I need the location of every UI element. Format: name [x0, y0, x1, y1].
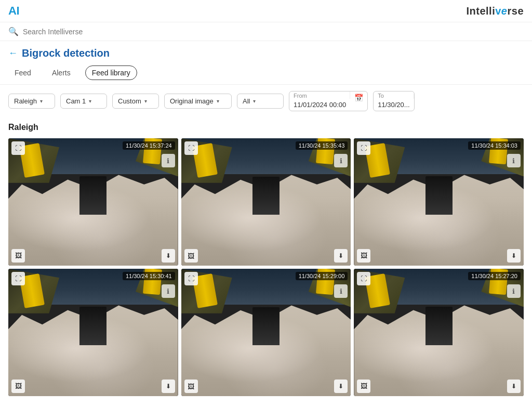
expand-button[interactable]: ⛶ — [184, 141, 198, 155]
image-type-chevron-icon: ▾ — [217, 98, 219, 104]
search-input[interactable] — [23, 28, 524, 36]
tab-alerts[interactable]: Alerts — [46, 66, 77, 80]
result-value: All — [243, 97, 250, 105]
download-button[interactable]: ⬇ — [507, 379, 521, 393]
from-calendar-icon[interactable]: 📅 — [350, 91, 367, 111]
mode-value: Custom — [118, 97, 141, 105]
brand-logo: Intelliverse — [466, 5, 524, 17]
camera-chevron-icon: ▾ — [89, 98, 91, 104]
image-timestamp: 11/30/24 15:29:00 — [296, 272, 348, 280]
page-title: Bigrock detection — [22, 47, 110, 59]
top-header: AI Intelliverse — [0, 0, 532, 22]
result-filter[interactable]: All ▾ — [237, 94, 284, 109]
info-button[interactable]: ℹ — [507, 154, 521, 167]
info-button[interactable]: ℹ — [334, 284, 348, 298]
image-cell-3[interactable]: 11/30/24 15:34:03 ⛶ ℹ 🖼 ⬇ — [354, 138, 524, 266]
camera-filter[interactable]: Cam 1 ▾ — [60, 94, 107, 109]
image-timestamp: 11/30/24 15:27:20 — [468, 272, 521, 280]
page-title-area: ← Bigrock detection — [0, 41, 532, 61]
to-date-value: 11/30/20... — [374, 99, 414, 111]
mode-chevron-icon: ▾ — [144, 98, 147, 104]
to-date-label: To — [374, 91, 414, 99]
info-button[interactable]: ℹ — [334, 154, 348, 167]
image-type-value: Original image — [170, 97, 214, 105]
image-dark-gap — [252, 307, 280, 346]
download-button[interactable]: ⬇ — [334, 379, 348, 393]
image-type-filter[interactable]: Original image ▾ — [164, 94, 232, 109]
image-cell-2[interactable]: 11/30/24 15:35:43 ⛶ ℹ 🖼 ⬇ — [181, 138, 351, 266]
image-cell-1[interactable]: 11/30/24 15:37:24 ⛶ ℹ 🖼 ⬇ — [8, 138, 178, 266]
image-dark-gap — [79, 176, 107, 214]
tab-feed-library[interactable]: Feed library — [85, 66, 137, 80]
image-dark-gap — [79, 307, 107, 345]
image-timestamp: 11/30/24 15:34:03 — [468, 141, 521, 150]
image-preview-button[interactable]: 🖼 — [357, 379, 370, 393]
image-preview-button[interactable]: 🖼 — [11, 249, 25, 263]
download-button[interactable]: ⬇ — [334, 249, 348, 263]
ai-logo: AI — [8, 4, 19, 18]
search-icon: 🔍 — [8, 27, 19, 36]
image-preview-button[interactable]: 🖼 — [184, 379, 198, 393]
location-chevron-icon: ▾ — [40, 98, 43, 104]
expand-button[interactable]: ⛶ — [11, 272, 25, 285]
from-date-label: From — [289, 91, 350, 99]
from-date-filter[interactable]: From 11/01/2024 00:00 📅 — [289, 91, 368, 111]
image-dark-gap — [425, 176, 453, 214]
image-grid: 11/30/24 15:37:24 ⛶ ℹ 🖼 ⬇ 11/30/24 15:35… — [0, 135, 532, 404]
image-preview-button[interactable]: 🖼 — [11, 379, 25, 393]
image-dark-gap — [425, 307, 453, 345]
download-button[interactable]: ⬇ — [162, 249, 175, 263]
to-date-filter[interactable]: To 11/30/20... — [373, 91, 414, 111]
location-filter[interactable]: Raleigh ▾ — [8, 94, 55, 109]
image-timestamp: 11/30/24 15:35:43 — [296, 141, 348, 150]
expand-button[interactable]: ⛶ — [357, 141, 370, 155]
image-cell-4[interactable]: 11/30/24 15:30:41 ⛶ ℹ 🖼 ⬇ — [8, 269, 178, 396]
from-date-value: 11/01/2024 00:00 — [289, 99, 350, 111]
image-dark-gap — [252, 177, 280, 215]
info-button[interactable]: ℹ — [162, 154, 175, 167]
filter-row: Raleigh ▾ Cam 1 ▾ Custom ▾ Original imag… — [0, 85, 532, 117]
image-timestamp: 11/30/24 15:30:41 — [123, 272, 175, 280]
tabs-container: Feed Alerts Feed library — [0, 61, 532, 85]
camera-value: Cam 1 — [66, 97, 86, 105]
search-bar: 🔍 — [0, 22, 532, 41]
download-button[interactable]: ⬇ — [162, 379, 175, 393]
info-button[interactable]: ℹ — [507, 284, 521, 298]
result-chevron-icon: ▾ — [253, 98, 256, 104]
tab-feed[interactable]: Feed — [8, 66, 37, 80]
image-timestamp: 11/30/24 15:37:24 — [123, 141, 175, 150]
image-preview-button[interactable]: 🖼 — [184, 249, 198, 263]
expand-button[interactable]: ⛶ — [357, 272, 370, 285]
image-cell-5[interactable]: 11/30/24 15:29:00 ⛶ ℹ 🖼 ⬇ — [181, 269, 351, 396]
info-button[interactable]: ℹ — [162, 284, 175, 298]
image-preview-button[interactable]: 🖼 — [357, 249, 370, 263]
location-value: Raleigh — [14, 97, 37, 105]
image-cell-6[interactable]: 11/30/24 15:27:20 ⛶ ℹ 🖼 ⬇ — [354, 269, 524, 396]
download-button[interactable]: ⬇ — [507, 249, 521, 263]
mode-filter[interactable]: Custom ▾ — [112, 94, 159, 109]
expand-button[interactable]: ⛶ — [11, 141, 25, 155]
section-title: Raleigh — [0, 117, 532, 135]
back-button[interactable]: ← — [8, 48, 18, 59]
expand-button[interactable]: ⛶ — [184, 272, 198, 285]
